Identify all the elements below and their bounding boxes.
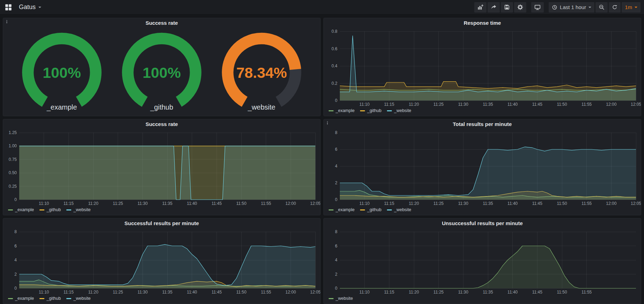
zoom-out-button[interactable] (595, 2, 608, 13)
panel-title[interactable]: Success rate (3, 119, 320, 129)
chart-legend: _example_github_website (3, 295, 320, 304)
dashboard-title: Gatus (19, 3, 36, 11)
series-area-_website (19, 146, 315, 200)
clock-icon (552, 5, 557, 10)
x-tick-label: 11:10 (359, 290, 369, 295)
x-tick-label: 11:45 (212, 290, 222, 295)
gauge-arc: 100% (114, 30, 209, 112)
x-tick-label: 11:45 (532, 102, 542, 107)
legend-item-_github[interactable]: _github (39, 296, 61, 301)
x-tick-label: 11:35 (483, 102, 493, 107)
x-tick-label: 11:55 (581, 102, 592, 107)
grafana-app: Gatus (0, 0, 644, 304)
x-tick-label: 11:25 (433, 102, 444, 107)
panel-title[interactable]: Success rate (3, 18, 320, 28)
y-tick-label: 2 (335, 272, 337, 277)
x-tick-label: 11:35 (483, 290, 493, 295)
refresh-interval-label: 1m (625, 4, 632, 10)
panel-info-icon[interactable] (324, 120, 330, 126)
refresh-interval-picker[interactable]: 1m (622, 2, 641, 13)
x-tick-label: 11:15 (384, 102, 394, 107)
legend-item-_website[interactable]: _website (66, 296, 90, 301)
chart-legend: _example_github_website (3, 207, 320, 215)
cycle-view-button[interactable] (531, 2, 544, 13)
legend-marker (360, 209, 365, 210)
x-tick-label: 11:10 (39, 290, 49, 295)
x-tick-label: 11:25 (433, 201, 444, 206)
panel-info-icon[interactable] (3, 18, 10, 25)
x-tick-label: 11:50 (236, 201, 246, 206)
panel-successful-results: Successful results per minute 11:1011:15… (3, 218, 321, 304)
chart-svg: 11:1011:1511:2011:2511:3011:3511:4011:45… (3, 228, 320, 295)
legend-label: _example (15, 296, 34, 301)
x-tick-label: 11:20 (409, 290, 419, 295)
x-tick-label: 11:15 (64, 290, 74, 295)
legend-item-_website[interactable]: _website (66, 207, 90, 212)
x-tick-label: 12:00 (285, 201, 296, 206)
gauge-arc: 100% (14, 30, 109, 112)
x-tick-label: 11:30 (138, 290, 148, 295)
legend-item-_github[interactable]: _github (360, 108, 381, 113)
legend-item-_github[interactable]: _github (360, 207, 381, 212)
x-tick-label: 11:10 (359, 102, 369, 107)
legend-item-_website[interactable]: _website (387, 207, 411, 212)
chart-svg: 11:1011:1511:2011:2511:3011:3511:4011:45… (324, 28, 641, 107)
dashboard-title-dropdown[interactable]: Gatus (17, 2, 43, 12)
add-panel-button[interactable] (474, 2, 486, 13)
gauge-value: 100% (142, 64, 181, 81)
panel-title[interactable]: Total results per minute (324, 119, 641, 129)
x-tick-label: 11:20 (409, 201, 419, 206)
monitor-icon (534, 4, 541, 10)
legend-item-_website[interactable]: _website (329, 296, 353, 301)
legend-marker (66, 298, 71, 299)
y-tick-label: 4 (335, 258, 337, 262)
legend-label: _github (46, 207, 61, 212)
share-button[interactable] (488, 2, 500, 13)
x-tick-label: 11:35 (483, 201, 493, 206)
legend-item-_example[interactable]: _example (329, 108, 354, 113)
series-area-_website (19, 244, 315, 288)
time-range-picker[interactable]: Last 1 hour (549, 2, 594, 13)
chart-svg: 11:1011:1511:2011:2511:3011:3511:4011:45… (324, 228, 641, 295)
legend-item-_website[interactable]: _website (387, 108, 411, 113)
legend-item-_example[interactable]: _example (8, 296, 34, 301)
magnifier-minus-icon (599, 4, 605, 10)
legend-item-_example[interactable]: _example (329, 207, 354, 212)
legend-marker (39, 209, 44, 210)
y-tick-label: 8 (14, 229, 17, 234)
gauge-row: 100%_example100%_github78.34%_website (3, 28, 320, 116)
successful-results-chart: 11:1011:1511:2011:2511:3011:3511:4011:45… (3, 228, 320, 295)
gear-icon (517, 4, 523, 10)
x-tick-label: 11:20 (88, 290, 98, 295)
x-tick-label: 11:45 (212, 201, 222, 206)
save-button[interactable] (501, 2, 513, 13)
settings-button[interactable] (514, 2, 526, 13)
y-tick-label: 4 (14, 258, 17, 262)
x-tick-label: 11:30 (458, 290, 468, 295)
share-arrow-icon (491, 4, 497, 10)
refresh-button[interactable] (609, 2, 621, 13)
legend-marker (360, 110, 365, 111)
legend-marker (8, 209, 13, 210)
time-range-label: Last 1 hour (560, 4, 586, 10)
x-tick-label: 11:30 (458, 201, 468, 206)
x-tick-label: 11:40 (187, 290, 197, 295)
panel-title[interactable]: Unsuccessful results per minute (324, 218, 641, 228)
x-tick-label: 11:15 (384, 201, 394, 206)
gauge-value: 78.34% (236, 64, 287, 81)
legend-label: _example (336, 207, 354, 212)
x-tick-label: 11:50 (557, 102, 567, 107)
x-tick-label: 11:25 (113, 290, 123, 295)
x-tick-label: 11:50 (557, 201, 567, 206)
panel-title[interactable]: Successful results per minute (3, 218, 320, 228)
y-tick-label: 0 (335, 286, 337, 291)
dashboards-menu-button[interactable] (3, 2, 13, 12)
total-results-chart: 11:1011:1511:2011:2511:3011:3511:4011:45… (324, 129, 641, 207)
chart-svg: 11:1011:1511:2011:2511:3011:3511:4011:45… (3, 129, 320, 207)
chart-svg: 11:1011:1511:2011:2511:3011:3511:4011:45… (324, 129, 641, 207)
legend-item-_example[interactable]: _example (8, 207, 34, 212)
panel-title[interactable]: Response time (324, 18, 641, 28)
x-tick-label: 11:40 (507, 102, 518, 107)
legend-item-_github[interactable]: _github (39, 207, 61, 212)
x-tick-label: 12:00 (606, 201, 616, 206)
